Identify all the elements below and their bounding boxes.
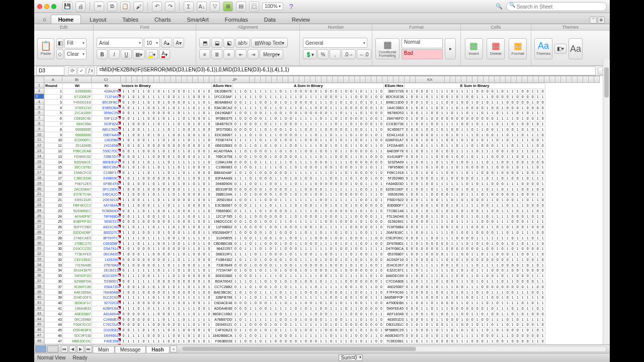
table-row[interactable]: 12F5BC2EAB550C7DC3001100010101101001ACAD…	[45, 148, 545, 154]
tab-data[interactable]: Data	[257, 15, 283, 24]
normal-view-icon[interactable]	[35, 345, 46, 352]
table-row[interactable]: 3682988FDA53380D13001111100000000010BDA7…	[45, 279, 545, 284]
decrease-font-icon[interactable]: A▾	[173, 38, 184, 48]
autosum-icon[interactable]: Σ	[184, 2, 194, 12]
fill-color-button[interactable]: ⬚▾	[146, 49, 158, 59]
align-top-icon[interactable]: ⬒	[199, 38, 210, 48]
paste-icon[interactable]: 📋	[120, 2, 130, 12]
table-row[interactable]: 44F0047DCDC76C51A3000011000000110101DE84…	[45, 322, 545, 328]
increase-font-icon[interactable]: A▴	[161, 38, 172, 48]
table-row[interactable]: 32CEF2304214292967000000000110111000F10B…	[45, 257, 545, 262]
currency-icon[interactable]: 💲▾	[303, 49, 316, 59]
align-middle-icon[interactable]: ⬓	[211, 38, 222, 48]
tab-tables[interactable]: Tables	[115, 15, 146, 24]
table-row[interactable]: 357AF07F2D4D2C6DFC0111001111010000008DE0…	[45, 273, 545, 279]
vertical-scrollbar[interactable]	[603, 59, 610, 344]
undo-icon[interactable]: ↶	[152, 2, 162, 12]
align-center-icon[interactable]: ≣	[211, 49, 222, 59]
conditional-formatting-button[interactable]: ▦Conditional Formatting	[375, 38, 399, 59]
align-bottom-icon[interactable]: ⬕	[223, 38, 234, 48]
table-row[interactable]: 3373156A8027B70A85010000011011000110733E…	[45, 262, 545, 268]
table-row[interactable]: 20E57E7C4A240CA1CC11000101110100001028B8…	[45, 192, 545, 197]
format-painter-icon[interactable]: 🖌	[133, 2, 143, 12]
format-button[interactable]: ▦Format	[509, 38, 527, 59]
close-icon[interactable]	[37, 4, 42, 9]
cut-icon[interactable]: ✂	[94, 2, 104, 12]
table-row[interactable]: 6C0830C4E59F111F10011100101110100019F0BE…	[45, 116, 545, 121]
help-icon[interactable]: ?	[286, 2, 296, 12]
table-row[interactable]: 379C86FC89650A7354100101010101101101CC7C…	[45, 284, 545, 290]
style-bad[interactable]: Bad	[401, 49, 443, 59]
theme-colors-icon[interactable]: ◧▾	[554, 44, 567, 54]
align-right-icon[interactable]: ≡	[223, 49, 234, 59]
table-row[interactable]: 1615A8CFC0C19BF174011110111011011000BB6A…	[45, 170, 545, 175]
font-size-select[interactable]: 10	[144, 38, 160, 48]
fx-enter-icon[interactable]: ✓	[77, 67, 86, 75]
table-row[interactable]: 48DBB6A075106AA070110100101110001100238C…	[45, 344, 545, 344]
fx-cancel-icon[interactable]: ⟳	[68, 67, 76, 75]
table-row[interactable]: 235DD806EC5CB0A9DC00110110011000111076B8…	[45, 208, 545, 214]
sheet-tab-hash[interactable]: Hash	[146, 346, 169, 353]
table-row[interactable]: 18F98712E5EFBE4786101001010101010101394B…	[45, 181, 545, 187]
fill-dropdown[interactable]: Fill	[64, 38, 87, 48]
comma-icon[interactable]: ,	[330, 49, 341, 59]
table-row[interactable]: 41198A4B33A2BFE8A1111010111011111001ADDA…	[45, 306, 545, 311]
add-sheet-icon[interactable]: ＋	[170, 345, 177, 352]
print-icon[interactable]: 🖨	[75, 2, 86, 12]
tab-nav-first-icon[interactable]: ⏮	[61, 345, 68, 352]
orientation-icon[interactable]: ab↻	[235, 38, 250, 48]
table-row[interactable]: 1530CC07829BDC06A7010101101110110001C198…	[45, 164, 545, 170]
tab-nav-last-icon[interactable]: ⏭	[85, 345, 92, 352]
tab-aux[interactable]: ⌂	[39, 14, 50, 24]
table-row[interactable]: 102C0900FC12835B01101001110101101110FD36…	[45, 137, 545, 143]
table-row[interactable]: 22FBF4ECC24A7484AA011000111011100001E3CB…	[45, 203, 545, 208]
clear-dropdown[interactable]: Clear	[64, 49, 87, 59]
inc-decimal-icon[interactable]: .0→	[342, 49, 356, 59]
table-row[interactable]: 1135132600243185BE1010100000000000106BE0…	[45, 143, 545, 148]
table-row[interactable]: 38AAE2858A766A0ABB100100000100000100BAE3…	[45, 290, 545, 295]
fx-icon[interactable]: ƒx	[87, 67, 95, 75]
table-row[interactable]: 47MBE30CDCF40E3585111101111001100101F683…	[45, 338, 545, 344]
tab-nav-prev-icon[interactable]: ◀	[69, 345, 76, 352]
indent-dec-icon[interactable]: ⇤	[235, 49, 247, 59]
sheet-tab-message[interactable]: Message	[115, 346, 146, 353]
filter-icon[interactable]: ▽	[210, 2, 220, 12]
wrap-text-button[interactable]: ▤ Wrap Text ▾	[251, 38, 288, 48]
grid[interactable]: RoundWiKilosses in BinaryASum HexA Sum i…	[44, 83, 610, 344]
row-headers[interactable]: 1234567891011121314151617181920212223242…	[34, 83, 44, 344]
table-row[interactable]: 29270BC273C6E00BF3111011100100110110CBDB…	[45, 241, 545, 246]
fill-button[interactable]: ◧	[56, 38, 63, 48]
table-row[interactable]: 25B3BFFF3D983E5152000100000010001001198D…	[45, 219, 545, 224]
font-name-select[interactable]: Arial	[97, 38, 143, 48]
theme-fonts-button[interactable]: Aa	[569, 38, 583, 59]
redo-icon[interactable]: ↷	[165, 2, 175, 12]
tab-charts[interactable]: Charts	[147, 15, 178, 24]
table-row[interactable]: 800000000AB1C5ED51100111110110001003FD75…	[45, 127, 545, 132]
copy-icon[interactable]: ⧉	[107, 2, 117, 12]
table-row[interactable]: 403E081F1C92722C85111000001110010011C6DA…	[45, 300, 545, 306]
dec-decimal-icon[interactable]: ←.0	[357, 49, 371, 59]
status-sum[interactable]: Sum=0	[339, 354, 363, 361]
tab-nav-next-icon[interactable]: ▶	[77, 345, 84, 352]
search-input[interactable]	[506, 2, 607, 11]
ribbon-settings-icon[interactable]: ✻	[598, 17, 605, 24]
sheet-tab-main[interactable]: Main	[93, 346, 115, 353]
table-row[interactable]: 2671D0E2F713744910101011110011100011FCCE…	[45, 94, 545, 100]
table-row[interactable]: 343916438792E1B2138011111101110101101772…	[45, 268, 545, 274]
style-normal[interactable]: Normal	[401, 38, 443, 48]
tab-home[interactable]: Home	[51, 15, 82, 24]
table-row[interactable]: 17C3BC6398E49B69C110110000001011001083FA…	[45, 175, 545, 181]
tab-formulas[interactable]: Formulas	[217, 15, 256, 24]
table-row[interactable]: 24AF640F9776F988DA00111001011110011112C1…	[45, 214, 545, 219]
underline-button[interactable]: U	[121, 49, 132, 59]
paste-button[interactable]: 📋Paste	[37, 38, 54, 59]
table-row[interactable]: 2703DD4DBFB00327C81101001010001100119502…	[45, 230, 545, 235]
table-row[interactable]: 21EB9133452DE92C6F1100111011000010012050…	[45, 197, 545, 203]
table-row[interactable]: 4309C209B9C24B8B70000000110111011111A78B…	[45, 317, 545, 322]
bold-button[interactable]: B	[97, 49, 108, 59]
table-row[interactable]: 31773E4FE906CA635110001100001101000106B3…	[45, 251, 545, 257]
ribbon-collapse-icon[interactable]: ˄	[590, 17, 597, 24]
table-row[interactable]: 465DC9F530D6990624011110001100101011184D…	[45, 333, 545, 338]
table-row[interactable]: 45D5D4EBF8D192E819001101011001000010C4F9…	[45, 327, 545, 333]
border-button[interactable]: ▦▾	[133, 49, 145, 59]
